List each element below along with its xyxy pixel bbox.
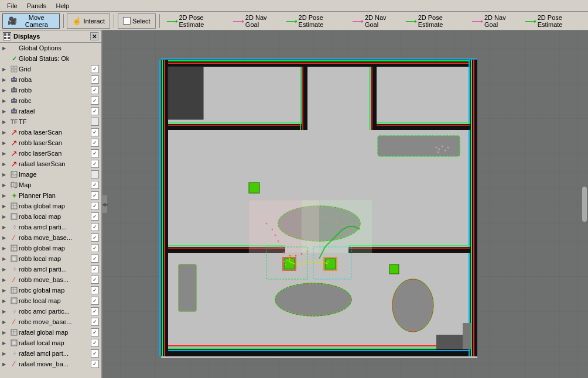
svg-marker-26 xyxy=(11,182,17,188)
main-layout: Displays ✕ ▶Global Options ✓Global Statu… xyxy=(0,30,588,378)
display-item-robc[interactable]: ▶robc xyxy=(0,95,101,106)
menu-help[interactable]: Help xyxy=(51,1,74,11)
display-item-grid[interactable]: ▶Grid xyxy=(0,64,101,74)
display-check-robc-global-map[interactable] xyxy=(91,286,99,294)
display-check-rafael[interactable] xyxy=(91,107,99,115)
display-check-rafael-local-map[interactable] xyxy=(91,339,99,347)
svg-rect-7 xyxy=(15,70,17,72)
display-item-roba[interactable]: ▶roba xyxy=(0,74,101,85)
display-item-roba-move-base[interactable]: ▶∕roba move_base... xyxy=(0,232,101,243)
display-item-rafael-amcl[interactable]: ▶⁘rafael amcl part... xyxy=(0,348,101,359)
pose-estimate-4-button[interactable]: ⟶ 2D Pose Estimate xyxy=(522,13,586,29)
nav-goal-3-button[interactable]: ⟶ 2D Nav Goal xyxy=(469,13,519,29)
svg-rect-34 xyxy=(11,245,17,251)
nav-goal-2-button[interactable]: ⟶ 2D Nav Goal xyxy=(349,13,400,29)
display-label-robc-local-map: robc local map xyxy=(19,297,91,304)
display-check-rafael-amcl[interactable] xyxy=(91,349,99,358)
display-item-image[interactable]: ▶Image xyxy=(0,169,101,180)
display-label-robc-amcl: robc amcl partic... xyxy=(19,308,91,315)
display-item-planner-plan[interactable]: ▶✦Planner Plan xyxy=(0,190,101,201)
display-check-robb[interactable] xyxy=(91,86,99,94)
display-item-roba-amcl[interactable]: ▶⁘roba amcl parti... xyxy=(0,222,101,232)
display-item-robb[interactable]: ▶robb xyxy=(0,85,101,95)
display-item-tf[interactable]: ▶TFTF xyxy=(0,116,101,127)
display-check-roba-laser[interactable] xyxy=(91,128,99,136)
display-item-robc-amcl[interactable]: ▶⁘robc amcl partic... xyxy=(0,306,101,317)
display-item-rafael-local-map[interactable]: ▶rafael local map xyxy=(0,338,101,348)
display-item-robb-laser[interactable]: ▶↗robb laserScan xyxy=(0,138,101,148)
display-label-robb: robb xyxy=(19,87,91,94)
display-item-robb-global-map[interactable]: ▶robb global map xyxy=(0,243,101,253)
svg-point-136 xyxy=(436,147,437,149)
display-check-roba-local-map[interactable] xyxy=(91,212,99,221)
svg-rect-0 xyxy=(4,33,6,36)
nav-goal-1-button[interactable]: ⟶ 2D Nav Goal xyxy=(230,13,281,29)
display-check-robb-local-map[interactable] xyxy=(91,255,99,263)
display-icon-rafael-move-base: ∕ xyxy=(9,360,19,368)
display-item-robb-move-base[interactable]: ▶∕robb move_bas... xyxy=(0,274,101,285)
display-item-robc-local-map[interactable]: ▶robc local map xyxy=(0,295,101,306)
pose-estimate-3-button[interactable]: ⟶ 2D Pose Estimate xyxy=(402,13,466,29)
resize-handle[interactable]: ◀▶ xyxy=(102,195,107,213)
display-label-rafael-laser: rafael laserScan xyxy=(19,160,91,167)
menu-bar: File Panels Help xyxy=(0,0,588,12)
display-item-global-status[interactable]: ✓Global Status: Ok xyxy=(0,53,101,64)
display-check-robb-amcl[interactable] xyxy=(91,265,99,273)
display-check-planner-plan[interactable] xyxy=(91,191,99,200)
display-check-robb-laser[interactable] xyxy=(91,139,99,147)
svg-rect-4 xyxy=(11,66,13,68)
display-icon-rafael xyxy=(9,107,19,115)
display-check-robc-local-map[interactable] xyxy=(91,297,99,305)
display-check-rafael-move-base[interactable] xyxy=(91,360,99,368)
nav-icon-3: ⟶ xyxy=(471,16,483,26)
display-item-robb-local-map[interactable]: ▶robb local map xyxy=(0,253,101,264)
display-item-rafael-move-base[interactable]: ▶∕rafael move_ba... xyxy=(0,359,101,369)
svg-point-129 xyxy=(286,260,288,261)
display-check-roba-amcl[interactable] xyxy=(91,223,99,231)
display-check-rafael-global-map[interactable] xyxy=(91,328,99,336)
display-check-roba-move-base[interactable] xyxy=(91,233,99,242)
svg-rect-22 xyxy=(12,111,13,112)
display-item-global-options[interactable]: ▶Global Options xyxy=(0,43,101,53)
display-label-roba-move-base: roba move_base... xyxy=(19,234,91,241)
display-item-robc-move-base[interactable]: ▶∕robc move_base... xyxy=(0,317,101,327)
display-check-robc-move-base[interactable] xyxy=(91,318,99,326)
move-camera-label: Move Camera xyxy=(19,14,54,28)
display-check-robc[interactable] xyxy=(91,97,99,105)
display-item-rafael-global-map[interactable]: ▶rafael global map xyxy=(0,327,101,338)
display-check-robb-global-map[interactable] xyxy=(91,244,99,252)
display-check-grid[interactable] xyxy=(91,65,99,73)
display-item-roba-global-map[interactable]: ▶roba global map xyxy=(0,201,101,211)
move-camera-button[interactable]: 🎥 Move Camera xyxy=(2,13,60,29)
display-check-roba-global-map[interactable] xyxy=(91,202,99,210)
display-item-rafael-laser[interactable]: ▶↗rafael laserScan xyxy=(0,159,101,169)
panel-close-button[interactable]: ✕ xyxy=(90,32,98,40)
display-check-robb-move-base[interactable] xyxy=(91,276,99,284)
display-check-image[interactable] xyxy=(91,170,99,178)
display-item-robb-amcl[interactable]: ▶⁘robb amcl parti... xyxy=(0,264,101,274)
display-check-robc-laser[interactable] xyxy=(91,149,99,157)
display-check-map[interactable] xyxy=(91,181,99,189)
display-check-tf[interactable] xyxy=(91,118,99,126)
display-check-roba[interactable] xyxy=(91,75,99,84)
menu-panels[interactable]: Panels xyxy=(22,1,52,11)
pose-estimate-2-button[interactable]: ⟶ 2D Pose Estimate xyxy=(283,13,347,29)
interact-button[interactable]: ☝ Interact xyxy=(67,13,110,29)
display-label-image: Image xyxy=(19,171,91,178)
pose-estimate-1-button[interactable]: ⟶ 2D Pose Estimate xyxy=(163,13,227,29)
display-check-robc-amcl[interactable] xyxy=(91,307,99,315)
expand-arrow: ▶ xyxy=(2,341,9,346)
display-check-rafael-laser[interactable] xyxy=(91,160,99,168)
menu-file[interactable]: File xyxy=(2,1,22,11)
display-item-rafael[interactable]: ▶rafael xyxy=(0,106,101,116)
display-item-map[interactable]: ▶Map xyxy=(0,180,101,190)
svg-point-115 xyxy=(295,255,297,257)
display-item-robc-global-map[interactable]: ▶robc global map xyxy=(0,285,101,295)
display-item-roba-laser[interactable]: ▶↗roba laserScan xyxy=(0,127,101,138)
pose-estimate-4-label: 2D Pose Estimate xyxy=(538,14,583,28)
nav-icon-2: ⟶ xyxy=(352,16,364,26)
display-item-robc-laser[interactable]: ▶↗robc laserScan xyxy=(0,148,101,159)
display-item-roba-local-map[interactable]: ▶roba local map xyxy=(0,211,101,222)
viewport[interactable]: ◀▶ xyxy=(102,30,588,378)
select-button[interactable]: Select xyxy=(118,13,156,29)
